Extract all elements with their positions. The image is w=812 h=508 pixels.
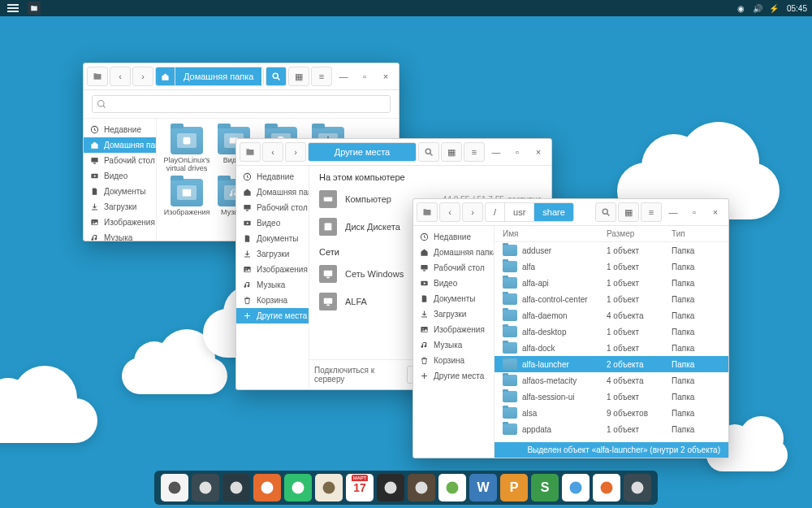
sidebar-item-desktop[interactable]: Рабочий стол — [236, 200, 309, 215]
maximize-button[interactable]: ▫ — [355, 67, 374, 86]
file-row[interactable]: alsa9 объектовПапка — [495, 405, 728, 421]
sidebar-item-plus[interactable]: Другие места — [236, 308, 309, 323]
crumb-segment[interactable]: share — [534, 203, 573, 221]
file-row[interactable]: adduser1 объектПапка — [495, 242, 728, 258]
new-folder-button[interactable] — [87, 67, 108, 86]
col-type[interactable]: Тип — [672, 229, 720, 238]
sidebar-item-video[interactable]: Видео — [413, 276, 494, 291]
sidebar-item-image[interactable]: Изображения — [236, 262, 309, 277]
volume-icon[interactable]: 🔊 — [752, 2, 763, 14]
folder-item[interactable]: PlayOnLinux's virtual drives — [163, 125, 210, 174]
sidebar-item-clock[interactable]: Недавние — [84, 122, 156, 137]
sidebar-item-desktop[interactable]: Рабочий стол — [84, 153, 156, 168]
dock-firefox[interactable] — [593, 474, 620, 501]
sidebar-item-download[interactable]: Загрузки — [413, 306, 494, 322]
sidebar-item-video[interactable]: Видео — [236, 215, 309, 231]
col-size[interactable]: Размер — [607, 229, 672, 238]
path-bar[interactable]: Домашняя папка — [155, 67, 264, 86]
path-segment[interactable]: Домашняя папка — [175, 67, 261, 85]
dock-power[interactable] — [624, 474, 651, 501]
dock-writer[interactable]: W — [469, 474, 497, 501]
file-row[interactable]: alfa-launcher2 объектаПапка — [495, 356, 728, 372]
sidebar-item-video[interactable]: Видео — [84, 168, 156, 184]
sidebar-item-home[interactable]: Домашняя папка — [84, 137, 156, 153]
sidebar-item-clock[interactable]: Недавние — [413, 229, 494, 245]
file-row[interactable]: alfa-daemon4 объектаПапка — [495, 307, 728, 323]
dock-rhythmbox[interactable] — [222, 474, 250, 501]
dock-impress[interactable]: P — [500, 474, 528, 501]
view-grid-button[interactable]: ▦ — [441, 142, 462, 162]
dock-chromium[interactable] — [562, 474, 590, 501]
sidebar-item-image[interactable]: Изображения — [84, 215, 156, 230]
search-button[interactable] — [595, 202, 616, 222]
file-row[interactable]: appdata1 объектПапка — [495, 421, 728, 437]
close-button[interactable]: × — [529, 142, 548, 162]
taskbar-app-files[interactable] — [28, 2, 41, 15]
view-grid-button[interactable]: ▦ — [618, 202, 639, 222]
sidebar-item-home[interactable]: Домашняя папка — [413, 245, 494, 260]
close-button[interactable]: × — [706, 202, 725, 222]
search-input[interactable] — [92, 95, 391, 113]
col-name[interactable]: Имя — [503, 229, 607, 238]
menu-button[interactable] — [7, 2, 19, 14]
file-row[interactable]: alfa-api1 объектПапка — [495, 275, 728, 291]
search-button[interactable] — [418, 142, 439, 162]
clock[interactable]: 05:45 — [787, 4, 807, 13]
dock-editor[interactable] — [315, 474, 343, 501]
view-list-button[interactable]: ≡ — [311, 67, 332, 86]
close-button[interactable]: × — [376, 67, 395, 86]
forward-button[interactable]: › — [285, 142, 306, 162]
dock-sheets[interactable]: S — [531, 474, 559, 501]
crumb-segment[interactable]: usr — [505, 203, 534, 221]
folder-item[interactable]: Изображения — [163, 177, 210, 226]
file-row[interactable]: alfa1 объектПапка — [495, 258, 728, 275]
file-row[interactable]: alfa-control-center1 объектПапка — [495, 291, 728, 307]
sidebar-item-doc[interactable]: Документы — [413, 291, 494, 306]
sidebar-item-plus[interactable]: Другие места — [413, 368, 494, 384]
maximize-button[interactable]: ▫ — [508, 142, 527, 162]
dock-calc[interactable] — [284, 474, 312, 501]
sidebar-item-home[interactable]: Домашняя папка — [236, 185, 309, 200]
dock-calendar[interactable]: МАРТ17 — [346, 474, 374, 501]
path-home-icon[interactable] — [156, 67, 175, 85]
new-folder-button[interactable] — [417, 202, 438, 222]
file-row[interactable]: alfaos-metacity4 объектаПапка — [495, 372, 728, 389]
dock-playonlinux[interactable] — [438, 474, 466, 501]
network-icon[interactable]: ⚡ — [768, 2, 780, 14]
dock-gimp[interactable] — [408, 474, 435, 501]
file-row[interactable]: alfa-dock1 объектПапка — [495, 340, 728, 356]
search-button[interactable] — [266, 67, 287, 86]
file-row[interactable]: alfa-session-ui1 объектПапка — [495, 389, 728, 405]
maximize-button[interactable]: ▫ — [685, 202, 704, 222]
sidebar-item-trash[interactable]: Корзина — [236, 293, 309, 308]
sidebar-item-download[interactable]: Загрузки — [84, 199, 156, 215]
sidebar-item-doc[interactable]: Документы — [84, 184, 156, 199]
sidebar-item-trash[interactable]: Корзина — [413, 353, 494, 368]
sidebar-item-music[interactable]: Музыка — [413, 337, 494, 353]
file-row[interactable]: alfa-desktop1 объектПапка — [495, 323, 728, 340]
minimize-button[interactable]: — — [663, 202, 683, 222]
path-bar[interactable]: /usrshare — [485, 202, 574, 222]
dock-files[interactable] — [161, 474, 188, 501]
forward-button[interactable]: › — [462, 202, 483, 222]
back-button[interactable]: ‹ — [262, 142, 283, 162]
minimize-button[interactable]: — — [486, 142, 506, 162]
sidebar-item-download[interactable]: Загрузки — [236, 246, 309, 262]
dock-inkscape[interactable] — [377, 474, 404, 501]
sidebar-item-doc[interactable]: Документы — [236, 231, 309, 246]
view-list-button[interactable]: ≡ — [641, 202, 662, 222]
path-bar[interactable]: Другие места — [308, 142, 417, 162]
crumb-segment[interactable]: / — [486, 203, 505, 221]
new-folder-button[interactable] — [240, 142, 261, 162]
notification-icon[interactable]: ◉ — [736, 2, 747, 14]
sidebar-item-clock[interactable]: Недавние — [236, 169, 309, 185]
sidebar-item-music[interactable]: Музыка — [236, 277, 309, 293]
minimize-button[interactable]: — — [334, 67, 353, 86]
view-list-button[interactable]: ≡ — [464, 142, 485, 162]
sidebar-item-image[interactable]: Изображения — [413, 322, 494, 337]
view-grid-button[interactable]: ▦ — [288, 67, 309, 86]
sidebar-item-music[interactable]: Музыка — [84, 230, 156, 241]
column-headers[interactable]: Имя Размер Тип — [495, 226, 728, 242]
dock-presenter[interactable] — [253, 474, 281, 501]
forward-button[interactable]: › — [132, 67, 153, 86]
